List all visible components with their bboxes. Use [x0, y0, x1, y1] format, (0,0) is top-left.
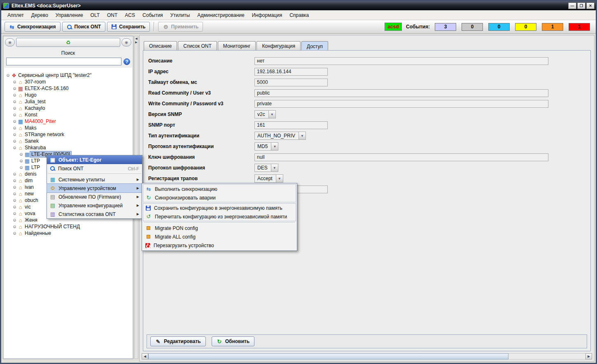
toolbar-button[interactable]: Поиск ONT: [62, 22, 106, 32]
menu-item[interactable]: Утилиты: [167, 11, 194, 19]
tab-1[interactable]: Описание: [144, 41, 177, 51]
refresh-button[interactable]: ↻ Обновить: [212, 336, 254, 346]
tree-handle-icon[interactable]: [13, 100, 16, 103]
tree-item[interactable]: ⌂Konst: [4, 111, 132, 118]
submenu-item[interactable]: ⇆Выполнить синхронизацию: [143, 185, 296, 193]
tree-item[interactable]: ⌂Kachaylo: [4, 105, 132, 111]
menu-item[interactable]: События: [139, 11, 167, 19]
minimize-button[interactable]: —: [568, 2, 576, 9]
tree-handle-icon[interactable]: [13, 114, 16, 116]
text-field[interactable]: private: [254, 100, 548, 108]
tree-item[interactable]: ⌂Shkaruba: [4, 144, 132, 151]
scroll-thumb[interactable]: [148, 353, 508, 359]
edit-button[interactable]: ✎ Редактировать: [150, 336, 206, 346]
search-input[interactable]: [6, 58, 121, 65]
submenu-item[interactable]: ↻Синхронизировать аварии: [143, 193, 296, 202]
menu-item[interactable]: OLT: [87, 11, 103, 19]
event-count-badge[interactable]: 0: [462, 23, 483, 31]
close-button[interactable]: ✕: [586, 2, 595, 9]
menu-item[interactable]: Апплет: [4, 11, 28, 19]
tree-handle-icon[interactable]: [13, 179, 16, 182]
submenu-item[interactable]: Сохранить конфигурацию в энергонезависим…: [143, 204, 296, 212]
tree-handle-icon[interactable]: [13, 232, 16, 235]
event-count-badge[interactable]: 1: [542, 23, 563, 31]
context-menu-item[interactable]: ▦Системные утилиты▶: [47, 175, 142, 184]
tree-handle-icon[interactable]: [13, 81, 16, 83]
tree-collapse-button[interactable]: ◉: [5, 38, 15, 46]
text-field[interactable]: 5000: [254, 79, 328, 86]
submenu-item[interactable]: ↺Перечитать конфигурацию из энергонезави…: [143, 212, 296, 221]
context-menu-item[interactable]: ▥Статистика состава ONT▶: [47, 210, 142, 218]
event-count-badge[interactable]: 0: [488, 23, 510, 31]
tree-item[interactable]: ⌂307-room: [4, 79, 132, 85]
tree-item[interactable]: ⌂Maks: [4, 125, 132, 131]
submenu-item[interactable]: Migrate ALL config: [143, 232, 296, 241]
select-field[interactable]: DES▼: [254, 164, 278, 172]
event-count-badge[interactable]: 0: [515, 23, 536, 31]
tree-item[interactable]: ⌂STRange network: [4, 131, 132, 138]
menu-item[interactable]: ONT: [103, 11, 121, 19]
tree-handle-icon[interactable]: [20, 153, 23, 156]
select-field[interactable]: v2c▼: [254, 110, 276, 118]
menu-item[interactable]: Информация: [248, 11, 286, 19]
scroll-track[interactable]: [508, 353, 585, 359]
text-field[interactable]: 161: [254, 121, 328, 129]
context-menu-item[interactable]: ⚙Управление устройством▶: [47, 184, 142, 192]
tree-item[interactable]: ⌂НАГРУЗОЧНЫЙ СТЕНД: [4, 223, 132, 230]
tree-item[interactable]: ⌂Hugo: [4, 92, 132, 98]
text-field[interactable]: null: [254, 153, 548, 161]
tab-4[interactable]: Конфигурация: [257, 41, 301, 51]
context-menu-item[interactable]: ▤Управление конфигурацией▶: [47, 201, 142, 210]
split-collapse-right-icon[interactable]: ▶: [135, 41, 137, 44]
tree-handle-icon[interactable]: [13, 120, 16, 123]
submenu-item[interactable]: Migrate PON config: [143, 224, 296, 232]
tree-item[interactable]: ⌂Найденные: [4, 230, 132, 236]
tree-handle-icon[interactable]: [13, 146, 16, 149]
text-field[interactable]: нет: [254, 57, 548, 65]
tree-handle-icon[interactable]: [20, 166, 23, 169]
menu-item[interactable]: Справка: [286, 11, 312, 19]
help-button[interactable]: ?: [124, 58, 130, 65]
context-menu-item[interactable]: ▤Обновление ПО (Firmware)▶: [47, 192, 142, 201]
context-menu-item[interactable]: Поиск ONTCtrl-F: [47, 164, 142, 173]
select-field[interactable]: AUTH_NO_PRIV▼: [254, 132, 306, 140]
text-field[interactable]: public: [254, 89, 548, 97]
scroll-left-icon[interactable]: ◀: [142, 353, 148, 359]
text-field[interactable]: 192.168.16.144: [254, 68, 328, 76]
menu-item[interactable]: Дерево: [28, 11, 52, 19]
tree-handle-icon[interactable]: [13, 199, 16, 202]
event-count-badge[interactable]: 3: [435, 23, 456, 31]
tab-2[interactable]: Список ONT: [178, 41, 217, 51]
submenu-item[interactable]: Перезагрузить устройство: [143, 241, 296, 250]
toolbar-button[interactable]: ⇆Синхронизация: [5, 22, 61, 32]
tree-handle-icon[interactable]: [13, 186, 16, 189]
tree-refresh-button[interactable]: ♻: [16, 38, 120, 47]
select-field[interactable]: MD5▼: [254, 142, 278, 151]
tree-handle-icon[interactable]: [13, 206, 16, 209]
tree-item[interactable]: ▦ELTEX-ACS-16.160: [4, 85, 132, 92]
tree-handle-icon[interactable]: [13, 212, 16, 215]
tree-handle-icon[interactable]: [13, 173, 16, 176]
tree-handle-icon[interactable]: [13, 140, 16, 143]
menu-item[interactable]: Управление: [52, 11, 87, 19]
tree-handle-icon[interactable]: [13, 94, 16, 97]
tree-handle-icon[interactable]: [13, 107, 16, 110]
tree-item[interactable]: ❖Сервисный центр ШПД "tester2": [4, 72, 132, 79]
tab-5[interactable]: Доступ: [301, 41, 328, 51]
tree-handle-icon[interactable]: [13, 87, 16, 90]
tree-handle-icon[interactable]: [20, 160, 23, 162]
tree-handle-icon[interactable]: [13, 133, 16, 136]
maximize-button[interactable]: ❐: [577, 2, 585, 9]
tree-handle-icon[interactable]: [13, 192, 16, 195]
tree-item[interactable]: ⌂Sanek: [4, 138, 132, 144]
event-count-badge[interactable]: 1: [569, 23, 590, 31]
scroll-right-icon[interactable]: ▶: [585, 353, 592, 359]
tab-3[interactable]: Мониторинг: [218, 41, 256, 51]
tree-handle-icon[interactable]: [13, 225, 16, 228]
tree-handle-icon[interactable]: [13, 127, 16, 130]
menu-item[interactable]: Администрирование: [194, 11, 248, 19]
tree-item[interactable]: ⌂Julia_test: [4, 98, 132, 105]
horizontal-scrollbar[interactable]: ◀ ▶: [142, 353, 592, 359]
toolbar-button[interactable]: Сохранить: [107, 22, 150, 32]
tree-handle-icon[interactable]: [13, 219, 16, 222]
